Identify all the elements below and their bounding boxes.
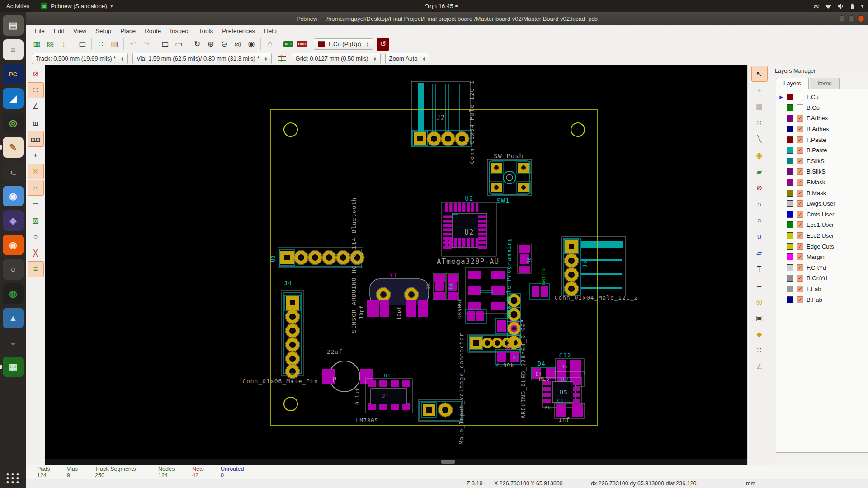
pad-sketch-icon[interactable]: ○ [28, 229, 44, 244]
layer-row-eco1-user[interactable]: ✓Eco1.User [776, 220, 868, 230]
show-applications-icon[interactable] [7, 473, 20, 483]
layer-visibility-checkbox[interactable]: ✓ [797, 243, 803, 250]
route-tracks-icon[interactable]: ╲ [751, 131, 768, 147]
layer-visibility-checkbox[interactable]: ✓ [797, 168, 803, 175]
zoom-selection-icon[interactable]: ◉ [245, 38, 258, 51]
layer-visibility-checkbox[interactable]: ✓ [797, 115, 803, 122]
menu-setup[interactable]: Setup [91, 27, 115, 35]
layer-color-swatch[interactable] [787, 104, 793, 111]
undo-icon[interactable]: ↶ [127, 38, 139, 51]
pcb-label[interactable]: 22uf [326, 348, 342, 355]
units-mm-icon[interactable]: mm [28, 131, 44, 147]
tab-layers[interactable]: Layers [776, 78, 809, 89]
pcb-label[interactable]: C12 [559, 352, 571, 359]
pcb-label[interactable]: R9 [506, 347, 512, 352]
dock-search-icon[interactable]: ○ [3, 259, 24, 280]
layer-visibility-checkbox[interactable]: ✓ [797, 179, 803, 186]
footprint-d2[interactable] [466, 310, 486, 323]
pcb-label[interactable]: J2 [436, 114, 445, 122]
layer-row-f-mask[interactable]: ✓F.Mask [776, 177, 868, 188]
pcb-label[interactable]: U2 [464, 228, 474, 236]
horizontal-scrollbar[interactable] [45, 459, 747, 465]
close-button[interactable] [858, 15, 864, 22]
footprint-j5[interactable] [562, 237, 626, 296]
footprint-editor-icon[interactable]: ∷ [94, 38, 107, 51]
layer-visibility-checkbox[interactable]: ✓ [797, 264, 803, 271]
layers-contrast-icon[interactable]: ≡ [28, 261, 44, 277]
dock-vscode-icon[interactable]: ◢ [3, 88, 24, 109]
footprint-d1[interactable] [530, 284, 550, 299]
draw-zone-icon[interactable]: ▰ [751, 164, 768, 179]
minimize-button[interactable] [839, 15, 845, 22]
layer-visibility-checkbox[interactable]: ✓ [797, 296, 803, 303]
pcb-label[interactable]: AC [544, 405, 551, 411]
draw-circle-icon[interactable]: ○ [751, 212, 768, 228]
layer-row-b-paste[interactable]: ✓B.Paste [776, 145, 868, 156]
grid-visibility-icon[interactable]: ∷ [28, 82, 44, 98]
layer-visibility-checkbox[interactable]: ✓ [797, 136, 803, 143]
pcb-label[interactable]: R06_Male_Programming [505, 238, 512, 318]
layer-color-swatch[interactable] [787, 158, 793, 164]
pcb-label[interactable]: U5 [560, 389, 568, 396]
plot-icon[interactable]: ▭ [172, 38, 185, 51]
menu-preferences[interactable]: Preferences [218, 27, 259, 35]
menu-help[interactable]: Help [260, 27, 281, 35]
maximize-button[interactable] [848, 15, 855, 22]
tab-items[interactable]: Items [810, 78, 840, 89]
track-posture-icon[interactable]: ↺ [377, 38, 389, 51]
via-size-select[interactable]: Via: 1.59 mm (62.5 mils)/ 0.80 mm (31.3 … [132, 53, 271, 64]
title-bar[interactable]: Pcbnew — /home/miqayel/Desktop/Final Pro… [26, 12, 868, 25]
pcb-label[interactable]: U1 [382, 393, 389, 399]
dock-chromium-icon[interactable]: ◉ [3, 186, 24, 206]
pcb-label[interactable]: 10pf [359, 305, 364, 319]
track-width-icon[interactable] [276, 54, 287, 63]
pcb-label[interactable]: ORANGE [457, 298, 462, 319]
layer-color-swatch[interactable] [787, 168, 793, 175]
layer-visibility-checkbox[interactable] [797, 94, 803, 100]
zoom-in-icon[interactable]: ⊕ [204, 38, 217, 51]
layer-visibility-checkbox[interactable]: ✓ [797, 286, 803, 292]
layer-row-f-cu[interactable]: ▶F.Cu [776, 92, 868, 103]
dock-terminal-icon[interactable]: ›_ [3, 161, 24, 182]
layer-visibility-checkbox[interactable]: ✓ [797, 200, 803, 207]
layer-visibility-checkbox[interactable] [797, 104, 803, 111]
system-tray[interactable]: ⋈ ▼ [813, 0, 864, 12]
layer-color-swatch[interactable] [787, 286, 793, 292]
layer-color-swatch[interactable] [787, 264, 793, 271]
pcb-label[interactable]: 1k [425, 282, 431, 289]
activities-button[interactable]: Activities [0, 3, 36, 9]
layer-selector[interactable]: F.Cu (PgUp)▲▼ [314, 38, 373, 50]
layer-visibility-checkbox[interactable]: ✓ [797, 158, 803, 164]
drc-bug-icon[interactable]: DRC [296, 38, 308, 51]
dock-pcbnew-icon[interactable]: ▦ [3, 357, 24, 377]
polar-coords-icon[interactable]: ∠ [28, 99, 44, 114]
units-inch-icon[interactable]: in [28, 115, 44, 131]
pcb-label[interactable]: C1 [557, 398, 564, 404]
zone-outline-icon[interactable]: ▨ [28, 212, 44, 228]
ratsnest-visibility-icon[interactable]: ✕ [28, 164, 44, 179]
pcb-label[interactable]: R6 [527, 257, 532, 263]
print-icon[interactable]: ▤ [159, 38, 171, 51]
layer-color-swatch[interactable] [787, 253, 793, 260]
pcb-label[interactable]: SW_Push [494, 152, 524, 160]
pcb-label[interactable]: RES [539, 376, 550, 382]
layer-row-b-cu[interactable]: B.Cu [776, 103, 868, 113]
highlight-net-icon[interactable]: + [751, 82, 768, 98]
pcb-label[interactable]: D4 [538, 360, 546, 367]
footprint-viewer-icon[interactable]: ▥ [108, 38, 121, 51]
pcb-label[interactable]: LM7805 [356, 418, 378, 424]
layer-row-eco2-user[interactable]: ✓Eco2.User [776, 230, 868, 241]
pcb-label[interactable]: 1k [562, 364, 568, 369]
cursor-shape-icon[interactable]: + [28, 147, 44, 163]
layer-color-swatch[interactable] [787, 221, 793, 228]
footprint-c1[interactable] [555, 403, 585, 418]
clock[interactable]: Դղր 16:45 [425, 0, 458, 12]
pcb-label[interactable]: 1nf [559, 417, 570, 423]
layer-color-swatch[interactable] [787, 179, 793, 186]
pcb-label[interactable]: 4.99k [495, 362, 514, 369]
delete-tool-icon[interactable]: ▣ [751, 310, 768, 326]
keepout-zone-icon[interactable]: ⊘ [751, 180, 768, 196]
dock-green-app-icon[interactable]: ◍ [3, 283, 24, 304]
pcb-label[interactable]: Male_Input_voltage_connector [458, 333, 465, 444]
footprint-c12[interactable] [555, 359, 584, 375]
